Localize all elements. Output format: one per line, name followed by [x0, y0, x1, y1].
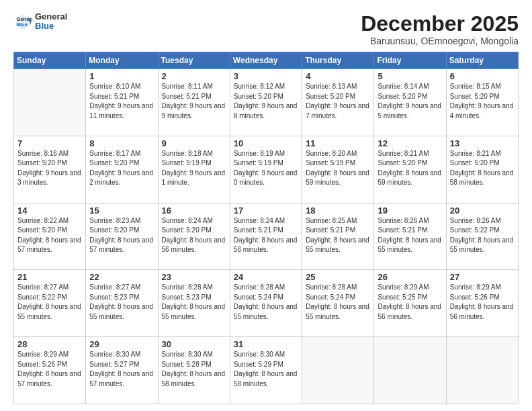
cell-3-4: 25Sunrise: 8:28 AMSunset: 5:24 PMDayligh… — [302, 270, 374, 337]
day-number-26: 26 — [378, 272, 442, 282]
cell-2-1: 15Sunrise: 8:23 AMSunset: 5:20 PMDayligh… — [86, 203, 158, 270]
cell-4-3: 31Sunrise: 8:30 AMSunset: 5:29 PMDayligh… — [230, 337, 302, 404]
day-info-25: Sunrise: 8:28 AMSunset: 5:24 PMDaylight:… — [306, 283, 370, 322]
cell-3-1: 22Sunrise: 8:27 AMSunset: 5:23 PMDayligh… — [86, 270, 158, 337]
cell-4-1: 29Sunrise: 8:30 AMSunset: 5:27 PMDayligh… — [86, 337, 158, 404]
day-info-10: Sunrise: 8:19 AMSunset: 5:19 PMDaylight:… — [234, 149, 298, 188]
cell-0-4: 4Sunrise: 8:13 AMSunset: 5:20 PMDaylight… — [302, 69, 374, 136]
day-number-27: 27 — [450, 272, 515, 282]
day-info-30: Sunrise: 8:30 AMSunset: 5:28 PMDaylight:… — [162, 350, 226, 389]
day-info-1: Sunrise: 8:10 AMSunset: 5:21 PMDaylight:… — [89, 82, 154, 121]
day-info-4: Sunrise: 8:13 AMSunset: 5:20 PMDaylight:… — [306, 82, 370, 121]
week-row-0: 1Sunrise: 8:10 AMSunset: 5:21 PMDaylight… — [14, 69, 519, 136]
day-number-10: 10 — [234, 138, 298, 148]
day-info-8: Sunrise: 8:17 AMSunset: 5:20 PMDaylight:… — [89, 149, 154, 188]
day-info-3: Sunrise: 8:12 AMSunset: 5:20 PMDaylight:… — [234, 82, 298, 121]
logo-text: General Blue — [35, 12, 67, 32]
day-number-22: 22 — [89, 272, 154, 282]
cell-0-2: 2Sunrise: 8:11 AMSunset: 5:21 PMDaylight… — [158, 69, 230, 136]
week-row-1: 7Sunrise: 8:16 AMSunset: 5:20 PMDaylight… — [14, 136, 519, 203]
cell-4-5 — [374, 337, 446, 404]
cell-3-5: 26Sunrise: 8:29 AMSunset: 5:25 PMDayligh… — [374, 270, 446, 337]
day-number-13: 13 — [450, 138, 515, 148]
col-saturday: Saturday — [446, 52, 518, 69]
logo: General Blue General Blue — [13, 12, 67, 32]
day-info-23: Sunrise: 8:28 AMSunset: 5:23 PMDaylight:… — [162, 283, 226, 322]
cell-2-5: 19Sunrise: 8:26 AMSunset: 5:21 PMDayligh… — [374, 203, 446, 270]
cell-2-6: 20Sunrise: 8:26 AMSunset: 5:22 PMDayligh… — [446, 203, 518, 270]
day-number-18: 18 — [306, 205, 370, 216]
calendar-header: Sunday Monday Tuesday Wednesday Thursday… — [14, 52, 519, 69]
day-number-29: 29 — [89, 339, 154, 349]
page: General Blue General Blue December 2025 … — [0, 0, 532, 411]
day-number-3: 3 — [234, 71, 298, 81]
day-info-6: Sunrise: 8:15 AMSunset: 5:20 PMDaylight:… — [450, 82, 515, 121]
day-number-24: 24 — [234, 272, 298, 282]
day-info-7: Sunrise: 8:16 AMSunset: 5:20 PMDaylight:… — [17, 149, 82, 188]
day-number-15: 15 — [89, 205, 154, 216]
cell-1-1: 8Sunrise: 8:17 AMSunset: 5:20 PMDaylight… — [86, 136, 158, 203]
cell-0-6: 6Sunrise: 8:15 AMSunset: 5:20 PMDaylight… — [446, 69, 518, 136]
day-number-9: 9 — [162, 138, 226, 148]
cell-0-0 — [14, 69, 86, 136]
logo-blue-text: Blue — [35, 21, 67, 31]
cell-1-5: 12Sunrise: 8:21 AMSunset: 5:20 PMDayligh… — [374, 136, 446, 203]
cell-2-0: 14Sunrise: 8:22 AMSunset: 5:20 PMDayligh… — [14, 203, 86, 270]
calendar-table: Sunday Monday Tuesday Wednesday Thursday… — [13, 52, 519, 404]
cell-1-3: 10Sunrise: 8:19 AMSunset: 5:19 PMDayligh… — [230, 136, 302, 203]
day-number-31: 31 — [234, 339, 298, 349]
cell-2-2: 16Sunrise: 8:24 AMSunset: 5:20 PMDayligh… — [158, 203, 230, 270]
day-number-11: 11 — [306, 138, 370, 148]
day-number-30: 30 — [162, 339, 226, 349]
day-info-28: Sunrise: 8:29 AMSunset: 5:26 PMDaylight:… — [17, 350, 82, 389]
cell-2-4: 18Sunrise: 8:25 AMSunset: 5:21 PMDayligh… — [302, 203, 374, 270]
day-info-17: Sunrise: 8:24 AMSunset: 5:21 PMDaylight:… — [234, 216, 298, 255]
cell-1-6: 13Sunrise: 8:21 AMSunset: 5:20 PMDayligh… — [446, 136, 518, 203]
day-info-14: Sunrise: 8:22 AMSunset: 5:20 PMDaylight:… — [17, 216, 82, 255]
day-info-16: Sunrise: 8:24 AMSunset: 5:20 PMDaylight:… — [162, 216, 226, 255]
day-info-19: Sunrise: 8:26 AMSunset: 5:21 PMDaylight:… — [378, 216, 442, 255]
week-row-4: 28Sunrise: 8:29 AMSunset: 5:26 PMDayligh… — [14, 337, 519, 404]
day-number-8: 8 — [89, 138, 154, 148]
cell-4-4 — [302, 337, 374, 404]
day-info-20: Sunrise: 8:26 AMSunset: 5:22 PMDaylight:… — [450, 216, 515, 255]
day-number-21: 21 — [17, 272, 82, 282]
col-wednesday: Wednesday — [230, 52, 302, 69]
cell-4-0: 28Sunrise: 8:29 AMSunset: 5:26 PMDayligh… — [14, 337, 86, 404]
cell-4-2: 30Sunrise: 8:30 AMSunset: 5:28 PMDayligh… — [158, 337, 230, 404]
title-block: December 2025 Baruunsuu, OEmnoegovi, Mon… — [361, 12, 519, 46]
day-info-26: Sunrise: 8:29 AMSunset: 5:25 PMDaylight:… — [378, 283, 442, 322]
day-number-23: 23 — [162, 272, 226, 282]
day-info-24: Sunrise: 8:28 AMSunset: 5:24 PMDaylight:… — [234, 283, 298, 322]
day-info-21: Sunrise: 8:27 AMSunset: 5:22 PMDaylight:… — [17, 283, 82, 322]
subtitle: Baruunsuu, OEmnoegovi, Mongolia — [361, 36, 519, 46]
day-info-9: Sunrise: 8:18 AMSunset: 5:19 PMDaylight:… — [162, 149, 226, 188]
logo-general-text: General — [35, 12, 67, 21]
day-number-19: 19 — [378, 205, 442, 216]
day-info-5: Sunrise: 8:14 AMSunset: 5:20 PMDaylight:… — [378, 82, 442, 121]
day-number-2: 2 — [162, 71, 226, 81]
day-number-6: 6 — [450, 71, 515, 81]
col-monday: Monday — [86, 52, 158, 69]
col-thursday: Thursday — [302, 52, 374, 69]
week-row-2: 14Sunrise: 8:22 AMSunset: 5:20 PMDayligh… — [14, 203, 519, 270]
header: General Blue General Blue December 2025 … — [13, 12, 519, 46]
cell-4-6 — [446, 337, 518, 404]
day-number-5: 5 — [378, 71, 442, 81]
header-row: Sunday Monday Tuesday Wednesday Thursday… — [14, 52, 519, 69]
month-title: December 2025 — [361, 12, 519, 36]
day-number-17: 17 — [234, 205, 298, 216]
cell-0-5: 5Sunrise: 8:14 AMSunset: 5:20 PMDaylight… — [374, 69, 446, 136]
day-info-2: Sunrise: 8:11 AMSunset: 5:21 PMDaylight:… — [162, 82, 226, 121]
day-number-25: 25 — [306, 272, 370, 282]
week-row-3: 21Sunrise: 8:27 AMSunset: 5:22 PMDayligh… — [14, 270, 519, 337]
day-info-27: Sunrise: 8:29 AMSunset: 5:26 PMDaylight:… — [450, 283, 515, 322]
logo-icon: General Blue — [13, 12, 32, 31]
cell-1-2: 9Sunrise: 8:18 AMSunset: 5:19 PMDaylight… — [158, 136, 230, 203]
day-info-29: Sunrise: 8:30 AMSunset: 5:27 PMDaylight:… — [89, 350, 154, 389]
day-info-13: Sunrise: 8:21 AMSunset: 5:20 PMDaylight:… — [450, 149, 515, 188]
col-tuesday: Tuesday — [158, 52, 230, 69]
cell-2-3: 17Sunrise: 8:24 AMSunset: 5:21 PMDayligh… — [230, 203, 302, 270]
day-number-7: 7 — [17, 138, 82, 148]
day-number-1: 1 — [89, 71, 154, 81]
